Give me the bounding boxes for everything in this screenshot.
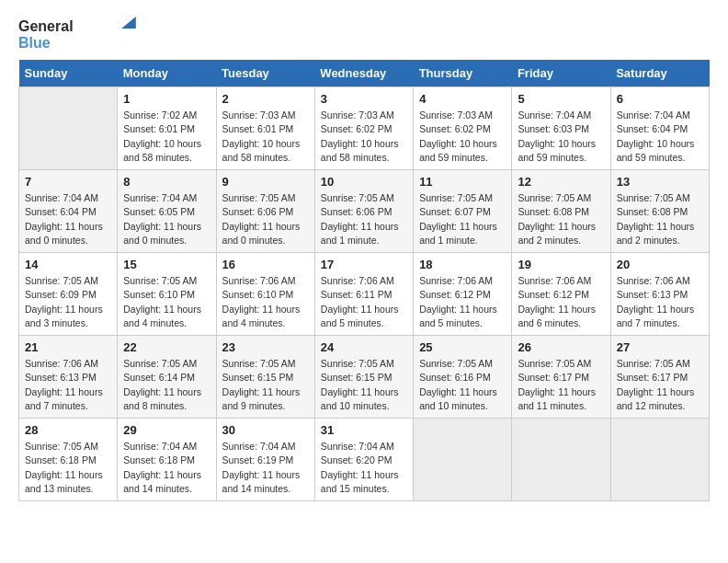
calendar-cell: 11Sunrise: 7:05 AM Sunset: 6:07 PM Dayli… bbox=[414, 170, 512, 253]
calendar-cell: 9Sunrise: 7:05 AM Sunset: 6:06 PM Daylig… bbox=[216, 170, 314, 253]
day-info: Sunrise: 7:02 AM Sunset: 6:01 PM Dayligh… bbox=[123, 109, 210, 165]
calendar-cell: 26Sunrise: 7:05 AM Sunset: 6:17 PM Dayli… bbox=[512, 336, 610, 419]
day-info: Sunrise: 7:06 AM Sunset: 6:12 PM Dayligh… bbox=[419, 274, 506, 330]
day-number: 5 bbox=[518, 92, 604, 106]
day-number: 9 bbox=[222, 175, 309, 189]
calendar-week-row: 28Sunrise: 7:05 AM Sunset: 6:18 PM Dayli… bbox=[19, 419, 710, 501]
calendar-cell bbox=[414, 419, 512, 501]
day-number: 14 bbox=[25, 258, 111, 271]
calendar-cell: 10Sunrise: 7:05 AM Sunset: 6:06 PM Dayli… bbox=[314, 170, 413, 253]
day-info: Sunrise: 7:04 AM Sunset: 6:19 PM Dayligh… bbox=[222, 440, 309, 496]
day-info: Sunrise: 7:05 AM Sunset: 6:08 PM Dayligh… bbox=[617, 191, 703, 247]
calendar-cell: 19Sunrise: 7:06 AM Sunset: 6:12 PM Dayli… bbox=[512, 253, 610, 336]
day-info: Sunrise: 7:05 AM Sunset: 6:10 PM Dayligh… bbox=[123, 274, 210, 330]
day-info: Sunrise: 7:05 AM Sunset: 6:17 PM Dayligh… bbox=[518, 357, 604, 413]
page-header: GeneralBlue bbox=[18, 18, 710, 51]
day-info: Sunrise: 7:05 AM Sunset: 6:16 PM Dayligh… bbox=[419, 357, 506, 413]
day-number: 20 bbox=[617, 258, 703, 271]
day-info: Sunrise: 7:04 AM Sunset: 6:03 PM Dayligh… bbox=[518, 109, 604, 165]
logo-blue: Blue bbox=[18, 35, 74, 52]
calendar-cell: 15Sunrise: 7:05 AM Sunset: 6:10 PM Dayli… bbox=[118, 253, 216, 336]
header-cell-wednesday: Wednesday bbox=[314, 60, 413, 87]
day-number: 26 bbox=[518, 340, 604, 354]
day-info: Sunrise: 7:03 AM Sunset: 6:01 PM Dayligh… bbox=[222, 109, 309, 165]
calendar-week-row: 1Sunrise: 7:02 AM Sunset: 6:01 PM Daylig… bbox=[19, 87, 710, 170]
calendar-cell: 17Sunrise: 7:06 AM Sunset: 6:11 PM Dayli… bbox=[314, 253, 413, 336]
day-number: 22 bbox=[123, 340, 210, 354]
day-number: 24 bbox=[321, 340, 407, 354]
day-number: 18 bbox=[419, 258, 506, 271]
calendar-cell: 1Sunrise: 7:02 AM Sunset: 6:01 PM Daylig… bbox=[118, 87, 216, 170]
day-number: 30 bbox=[222, 423, 309, 437]
day-number: 13 bbox=[617, 175, 703, 189]
day-number: 6 bbox=[617, 92, 703, 106]
day-number: 3 bbox=[321, 92, 407, 106]
calendar-cell: 14Sunrise: 7:05 AM Sunset: 6:09 PM Dayli… bbox=[19, 253, 118, 336]
calendar-cell: 6Sunrise: 7:04 AM Sunset: 6:04 PM Daylig… bbox=[610, 87, 709, 170]
calendar-cell: 30Sunrise: 7:04 AM Sunset: 6:19 PM Dayli… bbox=[216, 419, 314, 501]
calendar-cell: 7Sunrise: 7:04 AM Sunset: 6:04 PM Daylig… bbox=[19, 170, 118, 253]
day-info: Sunrise: 7:05 AM Sunset: 6:18 PM Dayligh… bbox=[25, 440, 111, 496]
calendar-cell bbox=[610, 419, 709, 501]
day-info: Sunrise: 7:05 AM Sunset: 6:08 PM Dayligh… bbox=[518, 191, 604, 247]
day-number: 31 bbox=[321, 423, 407, 437]
calendar-cell: 4Sunrise: 7:03 AM Sunset: 6:02 PM Daylig… bbox=[414, 87, 512, 170]
calendar-cell: 18Sunrise: 7:06 AM Sunset: 6:12 PM Dayli… bbox=[414, 253, 512, 336]
calendar-cell: 24Sunrise: 7:05 AM Sunset: 6:15 PM Dayli… bbox=[314, 336, 413, 419]
day-info: Sunrise: 7:05 AM Sunset: 6:09 PM Dayligh… bbox=[25, 274, 111, 330]
header-row: SundayMondayTuesdayWednesdayThursdayFrid… bbox=[19, 60, 710, 87]
calendar-cell: 27Sunrise: 7:05 AM Sunset: 6:17 PM Dayli… bbox=[610, 336, 709, 419]
calendar-body: 1Sunrise: 7:02 AM Sunset: 6:01 PM Daylig… bbox=[19, 87, 710, 501]
day-number: 15 bbox=[123, 258, 210, 271]
day-info: Sunrise: 7:04 AM Sunset: 6:04 PM Dayligh… bbox=[617, 109, 703, 165]
day-info: Sunrise: 7:05 AM Sunset: 6:06 PM Dayligh… bbox=[321, 191, 407, 247]
svg-marker-0 bbox=[121, 17, 136, 29]
calendar-cell: 13Sunrise: 7:05 AM Sunset: 6:08 PM Dayli… bbox=[610, 170, 709, 253]
header-cell-thursday: Thursday bbox=[414, 60, 512, 87]
calendar-cell: 2Sunrise: 7:03 AM Sunset: 6:01 PM Daylig… bbox=[216, 87, 314, 170]
day-number: 29 bbox=[123, 423, 210, 437]
day-info: Sunrise: 7:06 AM Sunset: 6:13 PM Dayligh… bbox=[617, 274, 703, 330]
day-number: 8 bbox=[123, 175, 210, 189]
calendar-week-row: 21Sunrise: 7:06 AM Sunset: 6:13 PM Dayli… bbox=[19, 336, 710, 419]
calendar-cell bbox=[512, 419, 610, 501]
logo-text-block: GeneralBlue bbox=[18, 18, 74, 51]
calendar-cell: 29Sunrise: 7:04 AM Sunset: 6:18 PM Dayli… bbox=[118, 419, 216, 501]
day-number: 17 bbox=[321, 258, 407, 271]
day-info: Sunrise: 7:06 AM Sunset: 6:10 PM Dayligh… bbox=[222, 274, 309, 330]
calendar-cell: 3Sunrise: 7:03 AM Sunset: 6:02 PM Daylig… bbox=[314, 87, 413, 170]
calendar-cell: 25Sunrise: 7:05 AM Sunset: 6:16 PM Dayli… bbox=[414, 336, 512, 419]
day-number: 28 bbox=[25, 423, 111, 437]
day-info: Sunrise: 7:06 AM Sunset: 6:12 PM Dayligh… bbox=[518, 274, 604, 330]
calendar-cell: 16Sunrise: 7:06 AM Sunset: 6:10 PM Dayli… bbox=[216, 253, 314, 336]
day-info: Sunrise: 7:05 AM Sunset: 6:06 PM Dayligh… bbox=[222, 191, 309, 247]
calendar-cell: 23Sunrise: 7:05 AM Sunset: 6:15 PM Dayli… bbox=[216, 336, 314, 419]
day-number: 7 bbox=[25, 175, 111, 189]
day-info: Sunrise: 7:06 AM Sunset: 6:11 PM Dayligh… bbox=[321, 274, 407, 330]
calendar-cell: 28Sunrise: 7:05 AM Sunset: 6:18 PM Dayli… bbox=[19, 419, 118, 501]
header-cell-saturday: Saturday bbox=[610, 60, 709, 87]
day-number: 1 bbox=[123, 92, 210, 106]
day-number: 25 bbox=[419, 340, 506, 354]
calendar-cell: 8Sunrise: 7:04 AM Sunset: 6:05 PM Daylig… bbox=[118, 170, 216, 253]
day-info: Sunrise: 7:05 AM Sunset: 6:15 PM Dayligh… bbox=[222, 357, 309, 413]
calendar-cell: 20Sunrise: 7:06 AM Sunset: 6:13 PM Dayli… bbox=[610, 253, 709, 336]
day-number: 19 bbox=[518, 258, 604, 271]
calendar-week-row: 14Sunrise: 7:05 AM Sunset: 6:09 PM Dayli… bbox=[19, 253, 710, 336]
day-info: Sunrise: 7:05 AM Sunset: 6:07 PM Dayligh… bbox=[419, 191, 506, 247]
day-info: Sunrise: 7:04 AM Sunset: 6:20 PM Dayligh… bbox=[321, 440, 407, 496]
calendar-week-row: 7Sunrise: 7:04 AM Sunset: 6:04 PM Daylig… bbox=[19, 170, 710, 253]
day-number: 2 bbox=[222, 92, 309, 106]
day-info: Sunrise: 7:05 AM Sunset: 6:17 PM Dayligh… bbox=[617, 357, 703, 413]
day-number: 21 bbox=[25, 340, 111, 354]
day-number: 12 bbox=[518, 175, 604, 189]
calendar-table: SundayMondayTuesdayWednesdayThursdayFrid… bbox=[18, 60, 710, 501]
calendar-cell: 22Sunrise: 7:05 AM Sunset: 6:14 PM Dayli… bbox=[118, 336, 216, 419]
day-info: Sunrise: 7:04 AM Sunset: 6:05 PM Dayligh… bbox=[123, 191, 210, 247]
day-info: Sunrise: 7:03 AM Sunset: 6:02 PM Dayligh… bbox=[419, 109, 506, 165]
calendar-cell bbox=[19, 87, 118, 170]
day-info: Sunrise: 7:04 AM Sunset: 6:18 PM Dayligh… bbox=[123, 440, 210, 496]
calendar-cell: 5Sunrise: 7:04 AM Sunset: 6:03 PM Daylig… bbox=[512, 87, 610, 170]
day-info: Sunrise: 7:04 AM Sunset: 6:04 PM Dayligh… bbox=[25, 191, 111, 247]
day-info: Sunrise: 7:05 AM Sunset: 6:15 PM Dayligh… bbox=[321, 357, 407, 413]
